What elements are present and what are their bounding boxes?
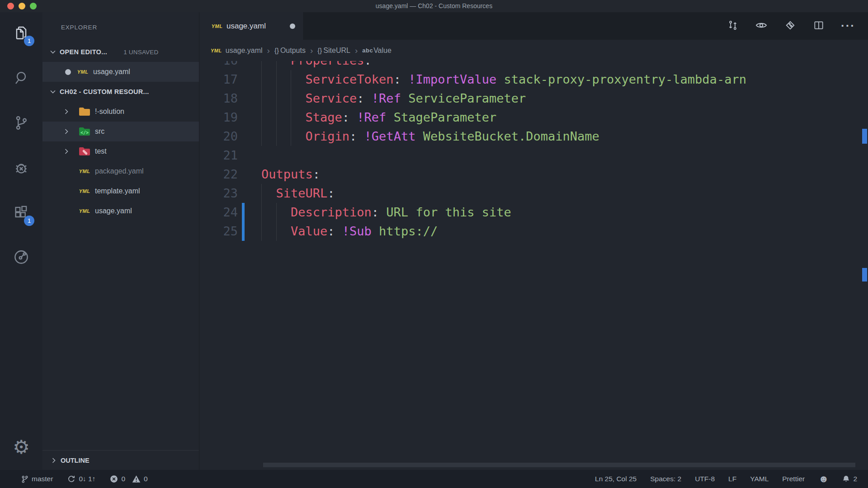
encoding-status[interactable]: UTF-8 [695, 475, 715, 483]
code-editor[interactable]: 16 Properties:17 ServiceToken: !ImportVa… [199, 12, 868, 470]
explorer-sidebar: EXPLORER OPEN EDITO... 1 UNSAVED YMLusag… [42, 12, 199, 470]
chevron-right-icon [62, 127, 71, 136]
open-editor-label: usage.yaml [93, 68, 130, 76]
code-text: Stage: !Ref StageParameter [261, 108, 496, 127]
tree-item-test[interactable]: test [42, 141, 199, 161]
code-text: ServiceToken: !ImportValue stack-proxy-p… [261, 70, 746, 89]
open-editors-header[interactable]: OPEN EDITO... 1 UNSAVED [42, 42, 199, 62]
search-icon[interactable] [0, 65, 42, 91]
chevron-right-icon [62, 147, 71, 155]
braces-symbol-icon: {} [274, 47, 279, 54]
tree-item-template-yaml[interactable]: YMLtemplate.yaml [42, 181, 199, 201]
breadcrumbs: YMLusage.yaml›{}Outputs›{}SiteURL›abcVal… [199, 40, 868, 61]
notification-count: 2 [853, 475, 857, 483]
problems-status[interactable]: 0 0 [110, 475, 147, 483]
chevron-down-icon [49, 88, 57, 96]
chevron-down-icon [49, 48, 57, 56]
unsaved-count-badge: 1 UNSAVED [123, 49, 158, 56]
code-line-21[interactable]: 21 [199, 146, 868, 165]
explorer-badge: 1 [24, 36, 34, 46]
tree-item--solution[interactable]: !-solution [42, 102, 199, 122]
code-line-24[interactable]: 24 Description: URL for this site [199, 203, 868, 222]
tab-bar: YML usage.yaml [199, 12, 868, 40]
sync-status[interactable]: 0↓ 1↑ [67, 475, 95, 483]
gitlens-icon[interactable] [0, 244, 42, 270]
open-editors-label: OPEN EDITO... [60, 48, 107, 56]
tree-item-packaged-yaml[interactable]: YMLpackaged.yaml [42, 161, 199, 181]
overview-ruler-mark [862, 268, 867, 282]
warning-count: 0 [144, 475, 148, 483]
modified-line-marker [242, 222, 245, 241]
titlebar: usage.yaml — Ch02 - Custom Resources [0, 0, 868, 12]
breadcrumb-siteurl[interactable]: {}SiteURL [317, 47, 350, 55]
src-folder-icon: </> [79, 127, 90, 136]
braces-symbol-icon: {} [317, 47, 322, 54]
status-bar: master 0↓ 1↑ 0 0 [0, 470, 868, 488]
folder-section-header[interactable]: CH02 - CUSTOM RESOUR... [42, 82, 199, 102]
yaml-file-icon: YML [210, 23, 224, 29]
breadcrumb-usage-yaml[interactable]: YMLusage.yaml [211, 47, 263, 55]
explorer-icon[interactable]: 1 [0, 20, 42, 46]
tab-usage-yaml[interactable]: YML usage.yaml [199, 12, 304, 40]
yaml-file-icon: YML [79, 188, 90, 194]
more-actions-icon[interactable]: ··· [841, 23, 855, 28]
code-line-19[interactable]: 19 Stage: !Ref StageParameter [199, 108, 868, 127]
feedback-smiley-icon[interactable]: ☻ [818, 474, 829, 484]
tree-item-label: !-solution [95, 108, 124, 116]
code-text: Service: !Ref ServiceParameter [261, 89, 526, 108]
language-mode[interactable]: YAML [750, 475, 769, 483]
yaml-file-icon: YML [79, 169, 90, 174]
vscode-window: usage.yaml — Ch02 - Custom Resources 1 [0, 0, 868, 488]
code-line-17[interactable]: 17 ServiceToken: !ImportValue stack-prox… [199, 70, 868, 89]
breadcrumb-outputs[interactable]: {}Outputs [274, 47, 306, 55]
tab-label: usage.yaml [226, 22, 266, 31]
breadcrumb-value[interactable]: abcValue [362, 47, 392, 55]
eol-status[interactable]: LF [728, 475, 736, 483]
code-text: Outputs: [261, 165, 320, 184]
open-editor-item-usage.yaml[interactable]: YMLusage.yaml [42, 62, 199, 82]
dirty-indicator-icon[interactable] [290, 23, 295, 29]
code-line-25[interactable]: 25 Value: !Sub https:// [199, 222, 868, 241]
formatter-status[interactable]: Prettier [782, 475, 805, 483]
compare-changes-icon[interactable] [727, 19, 739, 33]
yaml-file-icon: YML [79, 208, 90, 214]
code-line-18[interactable]: 18 Service: !Ref ServiceParameter [199, 89, 868, 108]
code-text: SiteURL: [261, 184, 335, 203]
code-line-22[interactable]: 22Outputs: [199, 165, 868, 184]
test-folder-icon [79, 146, 90, 156]
indentation-status[interactable]: Spaces: 2 [650, 475, 681, 483]
debug-icon[interactable] [0, 155, 42, 181]
tree-item-label: packaged.yaml [95, 167, 144, 175]
extensions-icon[interactable]: 1 [0, 200, 42, 226]
breadcrumb-separator: › [267, 46, 270, 56]
line-number: 20 [199, 127, 238, 146]
code-line-23[interactable]: 23 SiteURL: [199, 184, 868, 203]
cursor-position[interactable]: Ln 25, Col 25 [595, 475, 637, 483]
tree-item-usage-yaml[interactable]: YMLusage.yaml [42, 201, 199, 221]
code-text: Origin: !GetAtt WebsiteBucket.DomainName [261, 127, 599, 146]
sidebar-title: EXPLORER [42, 12, 199, 42]
line-number: 25 [199, 222, 238, 241]
outline-header[interactable]: OUTLINE [42, 450, 199, 470]
window-title: usage.yaml — Ch02 - Custom Resources [0, 0, 868, 12]
source-control-icon[interactable] [0, 110, 42, 136]
folder-icon [79, 107, 90, 117]
activity-bar: 1 1 [0, 12, 42, 470]
git-graph-icon[interactable] [784, 19, 797, 33]
preview-eye-icon[interactable] [755, 19, 768, 33]
breadcrumb-separator: › [355, 46, 358, 56]
gear-icon[interactable]: ⚙ [0, 434, 42, 460]
tree-item-label: test [95, 147, 107, 155]
outline-label: OUTLINE [61, 457, 90, 464]
tree-item-src[interactable]: </>src [42, 122, 199, 141]
code-text: Value: !Sub https:// [261, 222, 438, 241]
notifications-bell[interactable]: 2 [842, 475, 857, 483]
branch-status[interactable]: master [21, 475, 53, 483]
code-line-20[interactable]: 20 Origin: !GetAtt WebsiteBucket.DomainN… [199, 127, 868, 146]
chevron-right-icon [62, 108, 71, 116]
code-text: Description: URL for this site [261, 203, 511, 222]
split-editor-icon[interactable] [813, 19, 825, 33]
tree-item-label: template.yaml [95, 187, 140, 195]
yaml-file-icon: YML [211, 48, 222, 53]
horizontal-scrollbar[interactable] [263, 463, 855, 467]
